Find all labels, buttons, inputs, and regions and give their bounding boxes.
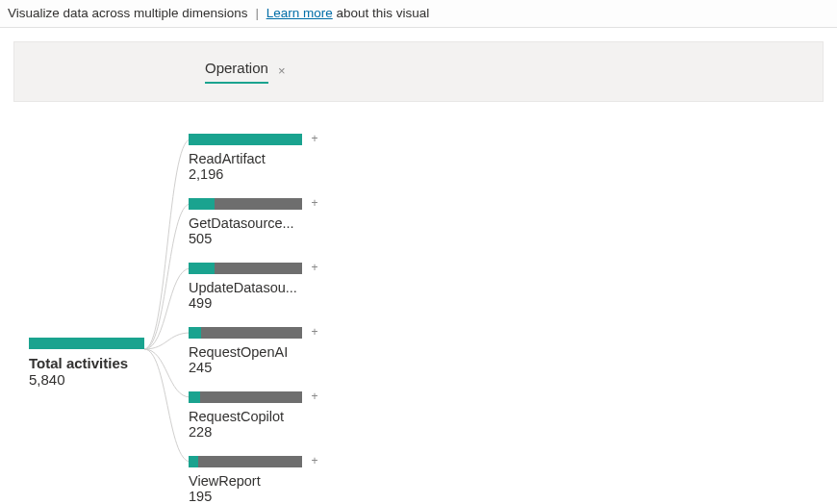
expand-icon[interactable]: + — [308, 197, 321, 211]
node-label: UpdateDatasou... — [189, 280, 302, 295]
node-label: ReadArtifact — [189, 151, 302, 166]
node-bar — [189, 263, 302, 274]
separator: | — [255, 6, 259, 20]
promo-suffix: about this visual — [333, 6, 430, 20]
decomposition-tree-visual: Visualize data across multiple dimension… — [0, 0, 837, 504]
learn-more-link[interactable]: Learn more — [266, 6, 333, 20]
node-value: 195 — [189, 489, 323, 504]
node-bar — [189, 198, 302, 210]
root-label: Total activities — [29, 355, 144, 371]
node-label: ViewReport — [189, 473, 302, 489]
dimension-chip[interactable]: Operation × — [205, 60, 285, 84]
tree-node[interactable]: + GetDatasource... 505 — [189, 198, 323, 263]
node-bar — [189, 134, 302, 145]
expand-icon[interactable]: + — [308, 262, 321, 275]
node-value: 228 — [189, 424, 323, 440]
expand-icon[interactable]: + — [308, 133, 321, 146]
promo-banner: Visualize data across multiple dimension… — [0, 0, 837, 28]
node-bar — [189, 391, 302, 403]
expand-icon[interactable]: + — [308, 391, 321, 404]
node-label: RequestCopilot — [189, 409, 302, 424]
tree-node[interactable]: + RequestCopilot 228 — [189, 391, 323, 456]
child-column: + ReadArtifact 2,196 + GetDatasource... … — [189, 134, 323, 504]
close-icon[interactable]: × — [278, 63, 286, 80]
tree-node[interactable]: + ViewReport 195 — [189, 456, 323, 504]
node-value: 499 — [189, 295, 323, 311]
connector-lines — [144, 101, 190, 504]
tree-node[interactable]: + ReadArtifact 2,196 — [189, 134, 323, 198]
node-label: RequestOpenAI — [189, 344, 302, 360]
node-value: 2,196 — [189, 166, 323, 182]
tree-node[interactable]: + UpdateDatasou... 499 — [189, 263, 323, 327]
promo-text: Visualize data across multiple dimension… — [8, 6, 248, 20]
dimension-label: Operation — [205, 60, 268, 84]
node-bar — [189, 327, 302, 339]
root-node[interactable]: Total activities 5,840 — [29, 338, 144, 388]
node-value: 505 — [189, 231, 323, 246]
node-bar — [189, 456, 302, 467]
expand-icon[interactable]: + — [308, 326, 321, 340]
tree-node[interactable]: + RequestOpenAI 245 — [189, 327, 323, 391]
tree-viewport: Operation × Total activities 5,840 + Rea… — [0, 28, 837, 504]
root-bar — [29, 338, 144, 349]
root-value: 5,840 — [29, 371, 144, 388]
tree-canvas: Total activities 5,840 + ReadArtifact 2,… — [0, 101, 837, 504]
node-value: 245 — [189, 360, 323, 375]
dimension-header: Operation × — [13, 41, 824, 102]
expand-icon[interactable]: + — [308, 455, 321, 468]
node-label: GetDatasource... — [189, 215, 302, 231]
